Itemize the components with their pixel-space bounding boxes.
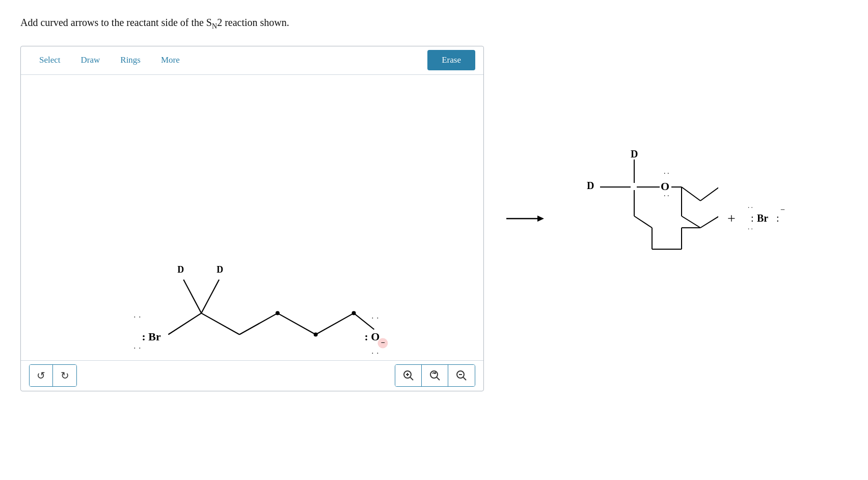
svg-text:·: · bbox=[139, 344, 141, 352]
svg-line-8 bbox=[239, 313, 278, 334]
svg-text:D: D bbox=[587, 180, 594, 191]
product-molecule: D D · · · · O bbox=[555, 142, 718, 295]
svg-text:O: O bbox=[661, 180, 669, 193]
reaction-right: D D · · · · O bbox=[504, 142, 791, 295]
arrow-container bbox=[504, 211, 545, 226]
svg-text:·: · bbox=[134, 344, 136, 352]
svg-marker-29 bbox=[537, 216, 544, 222]
plus-sign: + bbox=[727, 210, 736, 227]
zoom-out-button[interactable] bbox=[448, 365, 475, 386]
erase-button[interactable]: Erase bbox=[427, 50, 475, 70]
d-label-1: D bbox=[177, 264, 184, 274]
redo-button[interactable]: ↻ bbox=[53, 365, 76, 386]
svg-line-7 bbox=[201, 313, 239, 334]
svg-point-23 bbox=[430, 371, 438, 378]
svg-line-43 bbox=[682, 216, 700, 228]
svg-text:·: · bbox=[139, 312, 141, 321]
toolbar: Select Draw Rings More Erase bbox=[21, 46, 483, 75]
d-label-2: D bbox=[216, 264, 223, 274]
o-label: : O bbox=[365, 330, 380, 343]
svg-line-24 bbox=[437, 378, 440, 381]
svg-line-39 bbox=[682, 187, 700, 201]
br-minus-product: · · · · : Br : − bbox=[745, 198, 791, 239]
svg-text:·: · bbox=[371, 349, 373, 357]
reaction-arrow bbox=[504, 211, 545, 226]
svg-text:D: D bbox=[631, 148, 638, 159]
svg-line-6 bbox=[201, 279, 219, 313]
more-button[interactable]: More bbox=[151, 51, 190, 69]
svg-text:·  ·: · · bbox=[664, 170, 669, 177]
svg-text::: : bbox=[751, 212, 754, 224]
bottom-controls: ↺ ↻ bbox=[21, 360, 483, 391]
svg-line-26 bbox=[464, 378, 467, 381]
rings-button[interactable]: Rings bbox=[110, 51, 151, 69]
drawing-panel: Select Draw Rings More Erase D D · · · · bbox=[20, 46, 484, 391]
draw-button[interactable]: Draw bbox=[71, 51, 111, 69]
svg-text:·: · bbox=[371, 313, 373, 322]
undo-button[interactable]: ↺ bbox=[30, 365, 53, 386]
svg-line-46 bbox=[634, 216, 652, 228]
svg-line-20 bbox=[410, 378, 413, 381]
question-text: Add curved arrows to the reactant side o… bbox=[20, 15, 848, 32]
svg-line-42 bbox=[700, 216, 718, 228]
svg-line-40 bbox=[700, 187, 718, 201]
canvas-area[interactable]: D D · · · · : Br bbox=[21, 75, 483, 360]
undo-redo-group: ↺ ↻ bbox=[29, 364, 77, 387]
zoom-group bbox=[395, 364, 475, 387]
svg-text::: : bbox=[776, 212, 779, 224]
zoom-reset-button[interactable] bbox=[422, 365, 448, 386]
zoom-in-button[interactable] bbox=[395, 365, 422, 386]
zoom-reset-icon bbox=[429, 370, 441, 381]
svg-line-10 bbox=[278, 313, 316, 334]
svg-text:·: · bbox=[134, 312, 136, 321]
svg-text:·  ·: · · bbox=[664, 192, 669, 200]
product-area: D D · · · · O bbox=[555, 142, 791, 295]
zoom-in-icon bbox=[403, 370, 414, 381]
svg-text:−: − bbox=[780, 205, 785, 214]
svg-text:·  ·: · · bbox=[748, 225, 753, 232]
svg-line-5 bbox=[183, 279, 201, 313]
negative-charge: − bbox=[381, 338, 385, 346]
molecule-drawing: D D · · · · : Br bbox=[21, 75, 483, 360]
svg-text:·: · bbox=[376, 313, 378, 322]
zoom-out-icon bbox=[456, 370, 467, 381]
svg-text:·: · bbox=[376, 349, 378, 357]
svg-line-4 bbox=[168, 313, 201, 334]
svg-line-14 bbox=[354, 313, 374, 329]
main-layout: Select Draw Rings More Erase D D · · · · bbox=[20, 46, 848, 391]
svg-line-12 bbox=[316, 313, 354, 334]
svg-text:Br: Br bbox=[757, 212, 768, 224]
svg-text:·  ·: · · bbox=[748, 203, 753, 211]
br-label: : Br bbox=[142, 330, 160, 343]
select-button[interactable]: Select bbox=[29, 51, 71, 69]
